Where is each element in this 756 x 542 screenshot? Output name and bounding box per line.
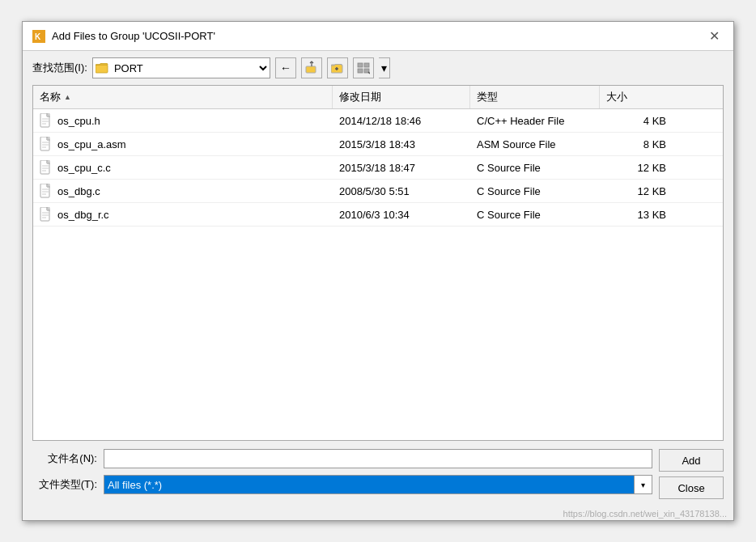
file-size: 13 KB xyxy=(638,209,666,221)
action-buttons: Add Close xyxy=(659,449,724,499)
file-name: os_dbg.c xyxy=(57,185,100,197)
filename-input[interactable] xyxy=(104,449,652,468)
file-type-cell: C Source File xyxy=(470,156,600,179)
filename-label: 文件名(N): xyxy=(32,451,97,466)
svg-rect-8 xyxy=(358,63,363,67)
file-list-area: 名称 ▲ 修改日期 类型 大小 os_cpu.h xyxy=(32,85,724,441)
app-icon: K xyxy=(32,30,45,43)
file-type: C/C++ Header File xyxy=(477,115,564,127)
toolbar: 查找范围(I): PORT ← xyxy=(23,51,733,85)
table-row[interactable]: os_cpu.h 2014/12/18 18:46 C/C++ Header F… xyxy=(33,109,723,133)
folder-icon xyxy=(93,58,111,78)
file-modified: 2014/12/18 18:46 xyxy=(339,115,421,127)
file-type: C Source File xyxy=(477,162,541,174)
file-size-cell: 8 KB xyxy=(600,133,673,155)
view-icon xyxy=(357,61,370,74)
file-type-cell: ASM Source File xyxy=(470,133,600,155)
file-modified: 2008/5/30 5:51 xyxy=(339,185,410,197)
filetype-dropdown-button[interactable]: ▾ xyxy=(635,475,652,494)
svg-rect-10 xyxy=(358,69,363,73)
file-size-cell: 12 KB xyxy=(600,180,673,202)
up-folder-icon xyxy=(305,61,318,76)
file-name-cell: os_dbg.c xyxy=(33,180,333,202)
file-list-header: 名称 ▲ 修改日期 类型 大小 xyxy=(33,86,723,109)
file-modified: 2010/6/3 10:34 xyxy=(339,209,410,221)
file-type-cell: C/C++ Header File xyxy=(470,109,600,132)
table-row[interactable]: os_cpu_a.asm 2015/3/18 18:43 ASM Source … xyxy=(33,133,723,156)
table-row[interactable]: os_dbg_r.c 2010/6/3 10:34 C Source File … xyxy=(33,203,723,227)
file-icon xyxy=(40,184,53,198)
file-name: os_cpu.h xyxy=(57,115,100,127)
header-size: 大小 xyxy=(600,86,673,108)
new-folder-icon xyxy=(331,61,344,74)
file-icon xyxy=(40,207,53,222)
filetype-input[interactable] xyxy=(104,475,635,494)
file-size: 12 KB xyxy=(638,162,666,174)
svg-text:K: K xyxy=(35,32,41,41)
filetype-row: 文件类型(T): ▾ xyxy=(32,475,652,494)
file-type-cell: C Source File xyxy=(470,203,600,226)
filetype-label: 文件类型(T): xyxy=(32,477,97,492)
close-button[interactable]: Close xyxy=(659,476,724,499)
up-folder-button[interactable] xyxy=(301,57,322,78)
svg-rect-9 xyxy=(364,63,369,67)
svg-rect-2 xyxy=(96,65,108,73)
header-name: 名称 ▲ xyxy=(33,86,333,108)
file-modified-cell: 2015/3/18 18:43 xyxy=(333,133,470,155)
table-row[interactable]: os_cpu_c.c 2015/3/18 18:47 C Source File… xyxy=(33,156,723,180)
table-row[interactable]: os_dbg.c 2008/5/30 5:51 C Source File 12… xyxy=(33,180,723,203)
file-size: 4 KB xyxy=(643,115,666,127)
view-button[interactable] xyxy=(353,57,374,78)
title-bar-left: K Add Files to Group 'UCOSII-PORT' xyxy=(32,30,215,43)
file-size-cell: 4 KB xyxy=(600,109,673,132)
sort-arrow: ▲ xyxy=(64,93,71,101)
file-size-cell: 13 KB xyxy=(600,203,673,226)
back-button[interactable]: ← xyxy=(275,57,296,78)
header-type: 类型 xyxy=(470,86,600,108)
dialog-title: Add Files to Group 'UCOSII-PORT' xyxy=(52,30,215,42)
svg-rect-3 xyxy=(306,66,316,73)
file-rows-container: os_cpu.h 2014/12/18 18:46 C/C++ Header F… xyxy=(33,109,723,227)
folder-selector[interactable]: PORT xyxy=(92,57,270,78)
lookup-label: 查找范围(I): xyxy=(32,61,87,75)
dialog: K Add Files to Group 'UCOSII-PORT' ✕ 查找范… xyxy=(22,21,734,521)
file-modified: 2015/3/18 18:47 xyxy=(339,162,415,174)
file-name-cell: os_cpu_a.asm xyxy=(33,133,333,155)
folder-dropdown[interactable]: PORT xyxy=(111,61,270,75)
file-modified-cell: 2015/3/18 18:47 xyxy=(333,156,470,179)
new-folder-button[interactable] xyxy=(327,57,348,78)
close-dialog-button[interactable]: ✕ xyxy=(704,27,724,46)
file-name: os_cpu_c.c xyxy=(57,162,111,174)
file-name-cell: os_cpu.h xyxy=(33,109,333,132)
file-name: os_dbg_r.c xyxy=(57,209,109,221)
title-bar: K Add Files to Group 'UCOSII-PORT' ✕ xyxy=(23,22,733,51)
view-dropdown-button[interactable]: ▾ xyxy=(379,57,390,78)
header-modified: 修改日期 xyxy=(333,86,470,108)
file-type: ASM Source File xyxy=(477,138,556,150)
file-size: 12 KB xyxy=(638,185,666,197)
filetype-select-wrapper: ▾ xyxy=(104,475,652,494)
file-type: C Source File xyxy=(477,185,541,197)
filename-row: 文件名(N): xyxy=(32,449,652,468)
file-icon xyxy=(40,160,53,175)
file-modified: 2015/3/18 18:43 xyxy=(339,138,415,150)
file-icon xyxy=(40,113,53,128)
file-name-cell: os_cpu_c.c xyxy=(33,156,333,179)
file-size: 8 KB xyxy=(643,138,666,150)
file-type-cell: C Source File xyxy=(470,180,600,202)
back-icon: ← xyxy=(280,61,291,74)
file-name: os_cpu_a.asm xyxy=(57,138,126,150)
file-icon xyxy=(40,137,53,151)
bottom-area: 文件名(N): 文件类型(T): ▾ Add Close xyxy=(23,441,733,507)
watermark: https://blog.csdn.net/wei_xin_43178138..… xyxy=(23,507,733,520)
file-name-cell: os_dbg_r.c xyxy=(33,203,333,226)
file-modified-cell: 2014/12/18 18:46 xyxy=(333,109,470,132)
file-modified-cell: 2008/5/30 5:51 xyxy=(333,180,470,202)
add-button[interactable]: Add xyxy=(659,449,724,472)
file-type: C Source File xyxy=(477,209,541,221)
file-modified-cell: 2010/6/3 10:34 xyxy=(333,203,470,226)
file-size-cell: 12 KB xyxy=(600,156,673,179)
